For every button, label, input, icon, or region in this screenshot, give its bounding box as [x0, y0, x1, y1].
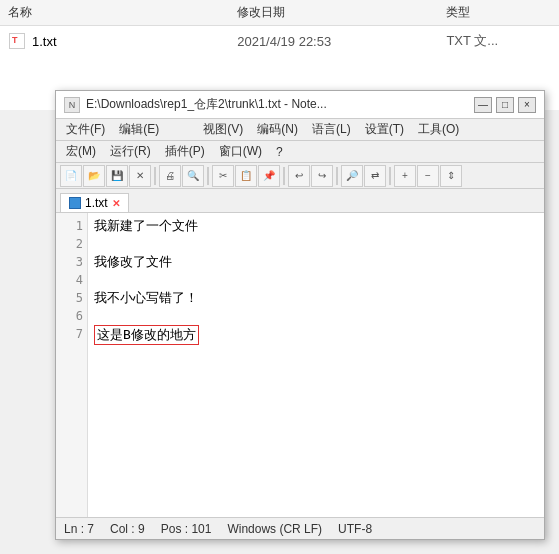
menu-plugin[interactable]: 插件(P) [159, 141, 211, 162]
editor-area[interactable]: 1 2 3 4 5 6 7 我新建了一个文件 我修改了文件 我不小心写错了！ 这… [56, 213, 544, 517]
editor-line-1: 我新建了一个文件 [94, 217, 538, 235]
file-type: TXT 文... [446, 32, 551, 50]
menu-macro[interactable]: 宏(M) [60, 141, 102, 162]
line-num-4: 4 [56, 271, 83, 289]
line-num-5: 5 [56, 289, 83, 307]
cut-button[interactable]: ✂ [212, 165, 234, 187]
menubar-row2: 宏(M) 运行(R) 插件(P) 窗口(W) ? [56, 141, 544, 163]
file-date: 2021/4/19 22:53 [217, 34, 446, 49]
tab-bar: 1.txt ✕ [56, 189, 544, 213]
line-text-3: 我修改了文件 [94, 254, 172, 269]
paste-button[interactable]: 📌 [258, 165, 280, 187]
status-line: Ln : 7 [64, 522, 94, 536]
line-num-1: 1 [56, 217, 83, 235]
zoom-out-button[interactable]: − [417, 165, 439, 187]
menu-edit[interactable]: 编辑(E) [113, 119, 165, 140]
col-header-date: 修改日期 [217, 4, 446, 21]
notepad-window: N E:\Downloads\rep1_仓库2\trunk\1.txt - No… [55, 90, 545, 540]
line-num-7: 7 [56, 325, 83, 343]
new-button[interactable]: 📄 [60, 165, 82, 187]
zoom-in-button[interactable]: + [394, 165, 416, 187]
app-icon: N [64, 97, 80, 113]
status-pos: Pos : 101 [161, 522, 212, 536]
window-title: E:\Downloads\rep1_仓库2\trunk\1.txt - Note… [86, 96, 474, 113]
print-preview-button[interactable]: 🔍 [182, 165, 204, 187]
status-eol: Windows (CR LF) [227, 522, 322, 536]
line-text-7-highlighted: 这是B修改的地方 [94, 325, 199, 345]
line-numbers: 1 2 3 4 5 6 7 [56, 213, 88, 517]
tab-save-icon [69, 197, 81, 209]
title-bar: N E:\Downloads\rep1_仓库2\trunk\1.txt - No… [56, 91, 544, 119]
menu-view[interactable]: 视图(V) [197, 119, 249, 140]
editor-line-3: 我修改了文件 [94, 253, 538, 271]
col-header-type: 类型 [446, 4, 551, 21]
line-text-5: 我不小心写错了！ [94, 290, 198, 305]
menu-language[interactable]: 语言(L) [306, 119, 357, 140]
close-file-button[interactable]: ✕ [129, 165, 151, 187]
open-button[interactable]: 📂 [83, 165, 105, 187]
col-header-name: 名称 [8, 4, 217, 21]
undo-button[interactable]: ↩ [288, 165, 310, 187]
menu-settings[interactable]: 设置(T) [359, 119, 410, 140]
menu-window[interactable]: 窗口(W) [213, 141, 268, 162]
file-tab[interactable]: 1.txt ✕ [60, 193, 129, 212]
redo-button[interactable]: ↪ [311, 165, 333, 187]
toolbar-separator-2 [207, 167, 209, 185]
line-text-1: 我新建了一个文件 [94, 218, 198, 233]
statusbar: Ln : 7 Col : 9 Pos : 101 Windows (CR LF)… [56, 517, 544, 539]
editor-line-5: 我不小心写错了！ [94, 289, 538, 307]
line-num-2: 2 [56, 235, 83, 253]
maximize-button[interactable]: □ [496, 97, 514, 113]
file-row[interactable]: 1.txt 2021/4/19 22:53 TXT 文... [0, 26, 559, 56]
editor-line-2 [94, 235, 538, 253]
line-num-3: 3 [56, 253, 83, 271]
toolbar-separator-3 [283, 167, 285, 185]
sync-scroll-button[interactable]: ⇕ [440, 165, 462, 187]
file-name: 1.txt [32, 34, 57, 49]
menu-tools[interactable]: 工具(O) [412, 119, 465, 140]
status-col: Col : 9 [110, 522, 145, 536]
status-encoding: UTF-8 [338, 522, 372, 536]
editor-line-6 [94, 307, 538, 325]
minimize-button[interactable]: — [474, 97, 492, 113]
tab-close-button[interactable]: ✕ [112, 198, 120, 209]
toolbar-separator-4 [336, 167, 338, 185]
toolbar-separator-5 [389, 167, 391, 185]
editor-content[interactable]: 我新建了一个文件 我修改了文件 我不小心写错了！ 这是B修改的地方 [88, 213, 544, 517]
find-button[interactable]: 🔎 [341, 165, 363, 187]
toolbar-separator-1 [154, 167, 156, 185]
file-icon [8, 32, 26, 50]
copy-button[interactable]: 📋 [235, 165, 257, 187]
replace-button[interactable]: ⇄ [364, 165, 386, 187]
editor-line-4 [94, 271, 538, 289]
window-controls: — □ × [474, 97, 536, 113]
menu-run[interactable]: 运行(R) [104, 141, 157, 162]
tab-label: 1.txt [85, 196, 108, 210]
close-button[interactable]: × [518, 97, 536, 113]
explorer-header: 名称 修改日期 类型 [0, 0, 559, 26]
toolbar: 📄 📂 💾 ✕ 🖨 🔍 ✂ 📋 📌 ↩ ↪ 🔎 ⇄ + − ⇕ [56, 163, 544, 189]
line-num-6: 6 [56, 307, 83, 325]
menu-file[interactable]: 文件(F) [60, 119, 111, 140]
menu-encoding[interactable]: 编码(N) [251, 119, 304, 140]
save-button[interactable]: 💾 [106, 165, 128, 187]
menubar: 文件(F) 编辑(E) 视图(V) 编码(N) 语言(L) 设置(T) 工具(O… [56, 119, 544, 141]
print-button[interactable]: 🖨 [159, 165, 181, 187]
menu-help[interactable]: ? [270, 143, 289, 161]
editor-line-7: 这是B修改的地方 [94, 325, 538, 343]
file-name-cell: 1.txt [8, 32, 217, 50]
txt-icon [9, 33, 25, 49]
